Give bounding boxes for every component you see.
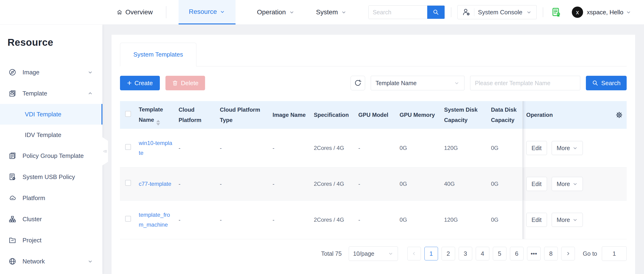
page-size-select[interactable]: 10/page [349,246,398,261]
sidebar-item-vdi-template[interactable]: VDI Template [0,104,102,125]
sidebar-item-image[interactable]: Image [0,62,102,83]
sidebar-item-label: Image [22,69,81,76]
folder-icon [8,236,16,244]
col-system-disk-capacity: System Disk Capacity [440,101,487,129]
user-gear-icon [462,8,470,16]
more-button[interactable]: More [552,213,583,227]
chevron-down-icon [88,258,93,264]
page-button-6[interactable]: 6 [510,247,524,260]
nav-resource-label: Resource [189,8,217,16]
col-image-name: Image Name [269,101,310,129]
sidebar-item-project[interactable]: Project [0,230,102,251]
global-search [368,6,445,19]
cell-gpu-model: - [354,167,396,201]
page-button-3[interactable]: 3 [459,247,472,260]
col-specification: Specification [310,101,354,129]
more-button[interactable]: More [552,141,583,155]
col-cloud-platform: Cloud Platform [175,101,216,129]
cell-data-disk-capacity: 0G [487,201,522,239]
top-nav: Overview Resource Operation System [117,0,346,25]
nav-item-overview[interactable]: Overview [117,9,153,16]
nav-item-system[interactable]: System [316,9,346,16]
cell-operation: Edit More [522,129,627,167]
chevron-down-icon [454,80,460,86]
sidebar-item-label: System USB Policy [22,173,93,181]
license-button[interactable] [551,7,562,17]
row-checkbox[interactable] [125,216,131,222]
cell-specification: 2Cores / 4G [310,167,354,201]
global-search-button[interactable] [427,6,444,19]
edit-button[interactable]: Edit [526,177,547,191]
delete-button[interactable]: Delete [166,76,205,90]
avatar[interactable]: x [572,7,583,18]
sidebar-item-platform[interactable]: Platform [0,187,102,208]
sidebar-item-system-usb-policy[interactable]: System USB Policy [0,166,102,187]
refresh-button[interactable] [350,76,365,90]
cell-gpu-model: - [354,129,396,167]
edit-button[interactable]: Edit [526,141,547,155]
total-count: Total 75 [321,250,342,257]
select-all-checkbox[interactable] [125,111,131,117]
edit-button[interactable]: Edit [526,213,547,227]
search-button[interactable]: Search [586,76,627,90]
app-root: Overview Resource Operation System [0,0,644,274]
globe-icon [8,257,16,265]
nav-item-resource[interactable]: Resource [178,0,236,25]
create-label: Create [134,80,153,87]
sidebar-item-network[interactable]: Network [0,251,102,272]
goto-page-input[interactable] [602,246,627,261]
prev-page-button[interactable] [407,247,421,260]
cell-cloud-platform: - [175,201,216,239]
nav-divider [166,6,166,18]
template-name-link[interactable]: c77-template [139,179,174,189]
sidebar-collapse-handle[interactable] [102,137,108,165]
filter-field-select[interactable]: Template Name [371,76,464,90]
console-label: System Console [478,9,522,16]
create-button[interactable]: + Create [120,76,160,90]
page-button-5[interactable]: 5 [493,247,506,260]
sort-desc-icon [156,123,160,126]
sort-control[interactable] [156,120,160,126]
gear-icon [616,111,623,119]
table-row: win10-template - - - 2Cores / 4G - 0G 12… [120,129,627,167]
chevron-down-icon [526,10,532,15]
column-settings-button[interactable] [616,111,623,119]
table-header-row: Template Name Cloud Platform Cloud Platf… [120,101,627,129]
page-button-1[interactable]: 1 [424,247,438,260]
page-jump-ellipsis[interactable]: ••• [527,247,541,260]
table-row: c77-template - - - 2Cores / 4G - 0G 40G … [120,167,627,201]
next-page-button[interactable] [561,247,575,260]
row-checkbox[interactable] [125,144,131,150]
sidebar-item-label: Policy Group Template [22,152,93,160]
col-data-disk-capacity: Data Disk Capacity [487,101,522,129]
sidebar-item-label: Template [22,90,81,97]
more-button[interactable]: More [552,177,583,191]
cell-system-disk-capacity: 40G [440,167,487,201]
tab-system-templates[interactable]: System Templates [120,43,196,66]
sidebar-item-policy-group-template[interactable]: Policy Group Template [0,145,102,166]
page-button-8[interactable]: 8 [544,247,558,260]
chevron-down-icon[interactable] [626,10,631,15]
table-row: template_from_machine - - - 2Cores / 4G … [120,201,627,239]
user-greeting[interactable]: xspace, Hello [587,9,624,16]
nav-item-operation[interactable]: Operation [257,9,294,16]
col-template-name: Template Name [135,101,175,129]
global-search-input[interactable] [369,6,427,19]
sidebar-item-idv-template[interactable]: IDV Template [0,125,102,145]
col-operation: Operation [522,101,627,129]
row-checkbox[interactable] [125,180,131,186]
chevron-down-icon [572,217,578,223]
template-name-link[interactable]: win10-template [139,138,174,158]
filter-input[interactable] [470,76,580,90]
tab-bar: System Templates [120,35,627,66]
template-name-link[interactable]: template_from_machine [139,210,174,230]
page-button-2[interactable]: 2 [442,247,455,260]
nav-operation-label: Operation [257,9,286,16]
page-button-4[interactable]: 4 [476,247,489,260]
more-label: More [556,216,570,223]
chevron-down-icon [88,70,93,75]
sidebar-item-cluster[interactable]: Cluster [0,208,102,230]
sidebar-item-template[interactable]: Template [0,83,102,104]
console-switcher[interactable]: System Console [458,5,537,19]
cell-gpu-memory: 0G [396,201,440,239]
